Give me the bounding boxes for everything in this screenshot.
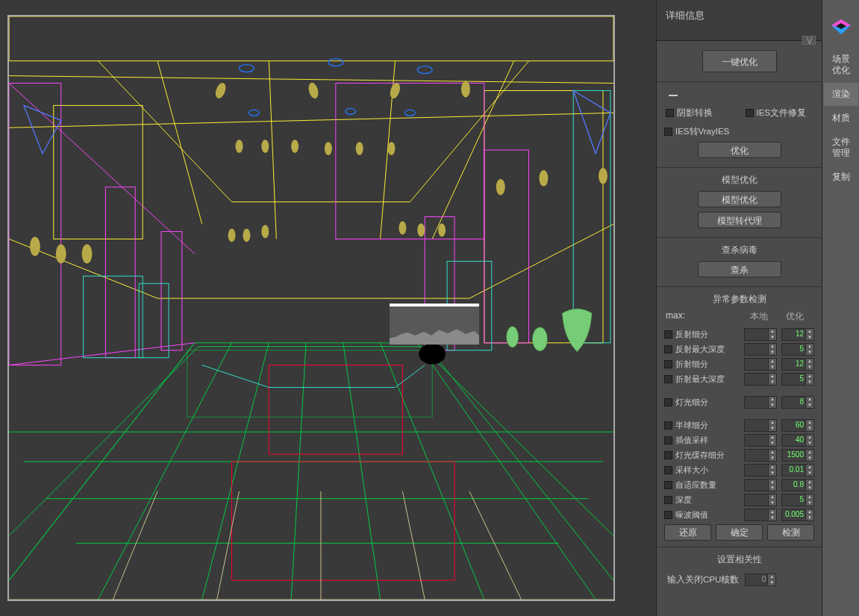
param-opt-spinner[interactable]: 12▲▼ <box>781 358 814 371</box>
param-checkbox[interactable] <box>664 360 672 368</box>
param-opt-spinner[interactable]: 0.005▲▼ <box>781 509 814 521</box>
param-checkbox[interactable] <box>664 330 672 339</box>
param-local-spinner[interactable]: ▲▼ <box>744 449 777 462</box>
spinner-up-icon[interactable]: ▲ <box>769 494 776 500</box>
param-local-spinner[interactable]: ▲▼ <box>744 494 777 506</box>
param-checkbox[interactable] <box>664 421 672 430</box>
spinner-up-icon[interactable]: ▲ <box>769 397 776 403</box>
param-checkbox[interactable] <box>664 511 672 519</box>
checkbox-ies-fix[interactable] <box>746 109 754 117</box>
param-local-spinner[interactable]: ▲▼ <box>744 396 777 409</box>
spinner-up-icon[interactable]: ▲ <box>769 509 776 515</box>
spinner-down-icon[interactable]: ▼ <box>769 456 776 462</box>
param-checkbox[interactable] <box>664 466 672 474</box>
param-local-spinner[interactable]: ▲▼ <box>744 434 777 447</box>
param-opt-spinner[interactable]: 8▲▼ <box>781 396 814 409</box>
param-local-spinner[interactable]: ▲▼ <box>744 373 777 386</box>
model-to-proxy-button[interactable]: 模型转代理 <box>698 212 781 228</box>
spinner-down-icon[interactable]: ▼ <box>769 485 776 491</box>
spinner-down-icon[interactable]: ▼ <box>769 515 776 521</box>
param-opt-spinner[interactable]: 1500▲▼ <box>781 449 814 462</box>
param-opt-spinner[interactable]: 12▲▼ <box>781 328 814 341</box>
spinner-up-icon[interactable]: ▲ <box>769 450 776 456</box>
spinner-down-icon[interactable]: ▼ <box>769 500 776 506</box>
spinner-up-icon[interactable]: ▲ <box>806 374 813 380</box>
tab-material[interactable]: 材质 <box>824 107 858 130</box>
collapse-icon[interactable]: ⋁ <box>802 36 816 45</box>
restore-button[interactable]: 还原 <box>664 524 711 541</box>
tab-render[interactable]: 渲染 <box>824 83 858 106</box>
spinner-down-icon[interactable]: ▼ <box>806 426 813 432</box>
virus-scan-button[interactable]: 查杀 <box>698 261 781 277</box>
spinner-up-icon[interactable]: ▲ <box>769 480 776 485</box>
param-checkbox[interactable] <box>664 481 672 489</box>
spinner-down-icon[interactable]: ▼ <box>806 471 813 477</box>
param-checkbox[interactable] <box>664 451 672 459</box>
param-opt-spinner[interactable]: 0.8▲▼ <box>781 479 814 491</box>
spinner-down-icon[interactable]: ▼ <box>768 580 775 586</box>
spinner-up-icon[interactable]: ▲ <box>806 329 813 335</box>
param-opt-spinner[interactable]: 40▲▼ <box>781 434 814 447</box>
param-checkbox[interactable] <box>664 436 672 444</box>
spinner-up-icon[interactable]: ▲ <box>806 397 813 403</box>
param-opt-spinner[interactable]: 5▲▼ <box>781 343 814 356</box>
spinner-down-icon[interactable]: ▼ <box>769 403 776 409</box>
param-local-spinner[interactable]: ▲▼ <box>744 328 777 341</box>
spinner-up-icon[interactable]: ▲ <box>769 435 776 441</box>
spinner-up-icon[interactable]: ▲ <box>806 480 813 485</box>
spinner-down-icon[interactable]: ▼ <box>806 350 813 356</box>
spinner-down-icon[interactable]: ▼ <box>769 335 776 341</box>
one-click-optimize-button[interactable]: 一键优化 <box>702 50 777 72</box>
spinner-down-icon[interactable]: ▼ <box>769 426 776 432</box>
param-checkbox[interactable] <box>664 496 672 504</box>
spinner-down-icon[interactable]: ▼ <box>769 441 776 447</box>
tab-scene-opt[interactable]: 场景 优化 <box>824 48 858 82</box>
param-opt-spinner[interactable]: 0.01▲▼ <box>781 464 814 477</box>
param-local-spinner[interactable]: ▲▼ <box>744 419 777 432</box>
spinner-up-icon[interactable]: ▲ <box>768 574 775 580</box>
spinner-down-icon[interactable]: ▼ <box>806 403 813 409</box>
spinner-down-icon[interactable]: ▼ <box>769 350 776 356</box>
spinner-up-icon[interactable]: ▲ <box>769 359 776 365</box>
param-checkbox[interactable] <box>664 375 672 383</box>
spinner-up-icon[interactable]: ▲ <box>769 344 776 350</box>
spinner-up-icon[interactable]: ▲ <box>806 465 813 471</box>
tab-copy[interactable]: 复制 <box>824 166 858 189</box>
spinner-up-icon[interactable]: ▲ <box>806 435 813 441</box>
spinner-up-icon[interactable]: ▲ <box>806 359 813 365</box>
spinner-down-icon[interactable]: ▼ <box>806 380 813 386</box>
spinner-down-icon[interactable]: ▼ <box>769 365 776 371</box>
spinner-up-icon[interactable]: ▲ <box>806 450 813 456</box>
spinner-down-icon[interactable]: ▼ <box>806 485 813 491</box>
cpu-spinner[interactable]: 0 ▲▼ <box>745 573 776 586</box>
param-checkbox[interactable] <box>664 345 672 353</box>
param-opt-spinner[interactable]: 5▲▼ <box>781 373 814 386</box>
spinner-up-icon[interactable]: ▲ <box>769 374 776 380</box>
spinner-down-icon[interactable]: ▼ <box>806 441 813 447</box>
param-local-spinner[interactable]: ▲▼ <box>744 343 777 356</box>
param-checkbox[interactable] <box>664 398 672 406</box>
param-local-spinner[interactable]: ▲▼ <box>744 509 777 521</box>
spinner-down-icon[interactable]: ▼ <box>806 500 813 506</box>
spinner-down-icon[interactable]: ▼ <box>806 515 813 521</box>
confirm-button[interactable]: 确定 <box>716 524 763 541</box>
spinner-up-icon[interactable]: ▲ <box>769 465 776 471</box>
spinner-down-icon[interactable]: ▼ <box>769 380 776 386</box>
model-optimize-button[interactable]: 模型优化 <box>698 191 781 207</box>
spinner-up-icon[interactable]: ▲ <box>806 509 813 515</box>
optimize-button[interactable]: 优化 <box>698 142 781 158</box>
param-opt-spinner[interactable]: 5▲▼ <box>781 494 814 506</box>
viewport-frame[interactable] <box>7 15 615 601</box>
param-local-spinner[interactable]: ▲▼ <box>744 358 777 371</box>
spinner-down-icon[interactable]: ▼ <box>806 335 813 341</box>
param-local-spinner[interactable]: ▲▼ <box>744 464 777 477</box>
checkbox-shadow-convert[interactable] <box>666 109 674 117</box>
spinner-up-icon[interactable]: ▲ <box>769 420 776 426</box>
detect-button[interactable]: 检测 <box>767 524 814 541</box>
spinner-up-icon[interactable]: ▲ <box>806 494 813 500</box>
spinner-down-icon[interactable]: ▼ <box>806 365 813 371</box>
checkbox-ies-to-vray[interactable] <box>664 128 672 136</box>
spinner-up-icon[interactable]: ▲ <box>806 420 813 426</box>
param-local-spinner[interactable]: ▲▼ <box>744 479 777 491</box>
spinner-down-icon[interactable]: ▼ <box>806 456 813 462</box>
